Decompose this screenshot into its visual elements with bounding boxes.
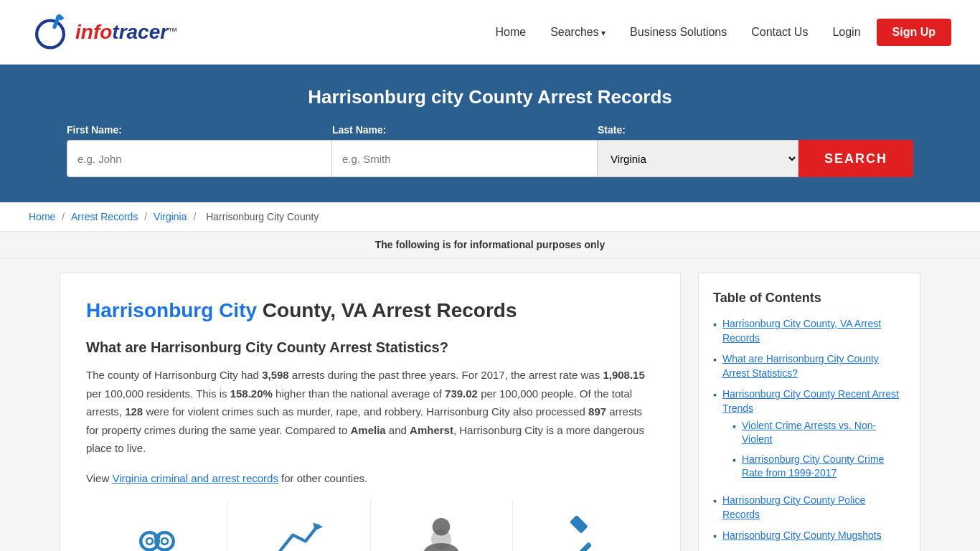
last-name-label: Last Name: (332, 124, 598, 136)
heading-rest: County, VA Arrest Records (257, 299, 517, 321)
content-paragraph1: The county of Harrisonburg City had 3,59… (86, 366, 654, 458)
search-banner: Harrisonburg city County Arrest Records … (0, 65, 980, 202)
breadcrumb-home[interactable]: Home (29, 211, 55, 222)
breadcrumb-state[interactable]: Virginia (154, 211, 187, 222)
first-name-group: First Name: (67, 124, 332, 177)
toc-link-1[interactable]: Harrisonburg City County, VA Arrest Reco… (722, 317, 905, 345)
state-group: State: Virginia Alabama Alaska Arizona A… (598, 124, 798, 177)
toc-link-4[interactable]: Harrisonburg City County Police Records (722, 494, 905, 522)
toc-item-4: Harrisonburg City County Police Records (713, 494, 905, 522)
first-name-label: First Name: (67, 124, 332, 136)
first-name-input[interactable] (67, 140, 332, 177)
handcuffs-icon (132, 513, 182, 551)
content-subheading: What are Harrisonburg City County Arrest… (86, 339, 654, 356)
icon-cell-handcuffs (86, 499, 228, 551)
toc-subitem-3-2: Harrisonburg City County Crime Rate from… (732, 453, 905, 481)
content-area: Harrisonburg City County, VA Arrest Reco… (60, 273, 681, 551)
toc-item-5: Harrisonburg City County Mugshots (713, 529, 905, 543)
icon-row (86, 499, 654, 551)
main-content: Harrisonburg City County, VA Arrest Reco… (31, 273, 949, 551)
breadcrumb-county: Harrisonburg City County (206, 211, 319, 222)
toc-item-1: Harrisonburg City County, VA Arrest Reco… (713, 317, 905, 345)
nav-home[interactable]: Home (486, 20, 534, 44)
logo-text: infotracer™ (75, 21, 177, 44)
toc-link-2[interactable]: What are Harrisonburg City County Arrest… (722, 352, 905, 380)
search-form: First Name: Last Name: State: Virginia A… (67, 124, 913, 177)
icon-cell-gavel (513, 499, 654, 551)
logo[interactable]: infotracer™ (29, 11, 177, 54)
toc-sublink-3-1[interactable]: Violent Crime Arrests vs. Non-Violent (742, 419, 905, 447)
toc-item-3: Harrisonburg City County Recent Arrest T… (713, 387, 905, 486)
site-header: infotracer™ Home Searches Business Solut… (0, 0, 980, 65)
banner-title: Harrisonburg city County Arrest Records (29, 86, 951, 108)
person-icon (416, 513, 466, 551)
info-banner: The following is for informational purpo… (0, 232, 980, 258)
main-nav: Home Searches Business Solutions Contact… (486, 19, 951, 46)
svg-point-6 (146, 538, 153, 545)
svg-rect-11 (578, 542, 593, 551)
last-name-group: Last Name: (332, 124, 598, 177)
breadcrumb-arrest-records[interactable]: Arrest Records (71, 211, 138, 222)
content-heading: Harrisonburg City County, VA Arrest Reco… (86, 299, 654, 322)
gavel-icon (558, 513, 608, 551)
toc-subitem-3-1: Violent Crime Arrests vs. Non-Violent (732, 419, 905, 447)
toc-link-3[interactable]: Harrisonburg City County Recent Arrest T… (722, 388, 899, 414)
icon-cell-person (371, 499, 513, 551)
svg-point-10 (431, 529, 451, 550)
signup-button[interactable]: Sign Up (877, 19, 951, 46)
nav-business-solutions[interactable]: Business Solutions (621, 20, 735, 44)
breadcrumb: Home / Arrest Records / Virginia / Harri… (0, 202, 980, 232)
login-button[interactable]: Login (824, 20, 869, 44)
toc-list: Harrisonburg City County, VA Arrest Reco… (713, 317, 905, 551)
toc-sublink-3-2[interactable]: Harrisonburg City County Crime Rate from… (742, 453, 905, 481)
icon-cell-trend (228, 499, 370, 551)
state-label: State: (598, 124, 798, 136)
trend-icon (274, 513, 324, 551)
nav-contact-us[interactable]: Contact Us (743, 20, 816, 44)
heading-blue: Harrisonburg City (86, 299, 257, 321)
virginia-records-link[interactable]: Virginia criminal and arrest records (112, 472, 278, 484)
content-paragraph2: View Virginia criminal and arrest record… (86, 469, 654, 488)
svg-rect-12 (570, 515, 588, 534)
toc-item-2: What are Harrisonburg City County Arrest… (713, 352, 905, 380)
last-name-input[interactable] (332, 140, 598, 177)
state-select[interactable]: Virginia Alabama Alaska Arizona Arkansas… (598, 140, 798, 177)
toc-sidebar: Table of Contents Harrisonburg City Coun… (698, 273, 920, 551)
search-button[interactable]: SEARCH (798, 140, 913, 177)
toc-heading: Table of Contents (713, 291, 905, 306)
toc-link-5[interactable]: Harrisonburg City County Mugshots (722, 529, 882, 543)
logo-icon (29, 11, 72, 54)
svg-point-0 (37, 20, 64, 47)
nav-searches[interactable]: Searches (542, 20, 614, 44)
toc-sublist-3: Violent Crime Arrests vs. Non-Violent Ha… (722, 419, 905, 481)
svg-point-7 (161, 538, 168, 545)
